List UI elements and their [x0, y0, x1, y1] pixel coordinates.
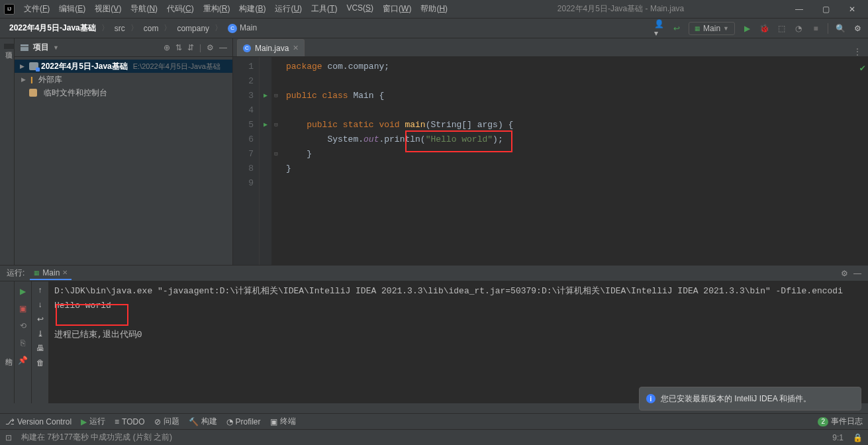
menu-item[interactable]: 代码(C) — [163, 1, 198, 17]
menu-item[interactable]: 帮助(H) — [416, 1, 452, 17]
event-log-button[interactable]: 2事件日志 — [818, 416, 863, 427]
caret-position[interactable]: 9:1 — [832, 433, 844, 442]
profile-button[interactable]: ◔ — [793, 23, 804, 34]
tree-external-libs[interactable]: ▶ ||| 外部库 — [15, 73, 232, 86]
line-number[interactable]: 7 — [233, 147, 254, 162]
code-line[interactable]: public class Main { — [286, 89, 868, 103]
line-number[interactable]: 4 — [233, 103, 254, 118]
hide-icon[interactable]: — — [853, 269, 861, 278]
run-tab-main[interactable]: ▦ Main ✕ — [30, 267, 72, 280]
fold-marker[interactable] — [271, 162, 281, 176]
fold-marker[interactable] — [271, 176, 281, 191]
rerun-button[interactable]: ▶ — [17, 285, 29, 297]
run-line-marker[interactable]: ▶ — [260, 118, 271, 132]
code-line[interactable] — [286, 103, 868, 118]
coverage-button[interactable]: ⬚ — [776, 23, 787, 34]
menu-item[interactable]: 工具(T) — [307, 1, 341, 17]
vcs-tool-button[interactable]: ⎇Version Control — [5, 417, 72, 426]
run-tool-button[interactable]: ▶运行 — [81, 416, 105, 427]
build-tool-button[interactable]: 🔨构建 — [189, 416, 217, 427]
menu-item[interactable]: VCS(S) — [342, 1, 377, 17]
menu-item[interactable]: 视图(V) — [91, 1, 125, 17]
tab-more-icon[interactable]: ⋮ — [847, 47, 868, 56]
hide-icon[interactable]: — — [219, 43, 227, 52]
add-user-icon[interactable]: 👤▾ — [654, 23, 665, 34]
expand-all-icon[interactable]: ⇅ — [175, 43, 182, 52]
menu-item[interactable]: 文件(F) — [20, 1, 54, 17]
notification-balloon[interactable]: i 您已安装最新版本的 IntelliJ IDEA 和插件。 — [639, 387, 861, 411]
fold-marker[interactable]: ⊟ — [271, 118, 281, 132]
breadcrumb-class[interactable]: CMain — [224, 22, 261, 34]
pin-icon[interactable]: 📌 — [17, 354, 29, 366]
line-number[interactable]: 3 — [233, 89, 254, 103]
code-lines[interactable]: package com.company; public class Main {… — [281, 57, 868, 265]
terminal-tool-button[interactable]: ▣终端 — [270, 416, 296, 427]
minimize-button[interactable]: ― — [790, 3, 808, 16]
code-line[interactable] — [286, 74, 868, 89]
soft-wrap-icon[interactable]: ↩ — [37, 315, 44, 324]
gear-icon[interactable]: ⚙ — [841, 269, 848, 278]
profiler-tool-button[interactable]: ◔Profiler — [226, 417, 261, 426]
menu-item[interactable]: 窗口(W) — [379, 1, 415, 17]
code-line[interactable]: package com.company; — [286, 60, 868, 74]
chevron-right-icon[interactable]: ▶ — [20, 63, 26, 70]
problems-tool-button[interactable]: ⊘问题 — [154, 416, 179, 427]
line-number[interactable]: 1 — [233, 60, 254, 74]
back-arrow-icon[interactable]: ↩ — [671, 23, 682, 34]
run-button[interactable]: ▶ — [742, 23, 752, 34]
code-line[interactable]: System.out.println("Hello world"); — [286, 132, 868, 147]
fold-marker[interactable]: ⊟ — [271, 147, 281, 162]
tree-scratches[interactable]: 临时文件和控制台 — [15, 86, 232, 99]
maximize-button[interactable]: ▢ — [816, 3, 835, 16]
scroll-end-icon[interactable]: ⤓ — [37, 329, 44, 338]
menu-item[interactable]: 编辑(E) — [55, 1, 89, 17]
exit-icon[interactable]: ⎘ — [17, 337, 29, 349]
project-tree[interactable]: ▶ 2022年4月5日-Java基础 E:\2022年4月5日-Java基础 ▶… — [15, 57, 232, 102]
breadcrumb-src[interactable]: src — [111, 23, 129, 34]
collapse-all-icon[interactable]: ⇵ — [187, 43, 194, 52]
code-line[interactable]: public static void main(String[] args) { — [286, 118, 868, 132]
gear-icon[interactable]: ⚙ — [207, 43, 214, 52]
code-line[interactable]: } — [286, 147, 868, 162]
todo-tool-button[interactable]: ≡TODO — [115, 417, 144, 426]
fold-marker[interactable] — [271, 103, 281, 118]
fold-marker[interactable] — [271, 74, 281, 89]
up-stack-icon[interactable]: ↑ — [38, 285, 42, 295]
fold-marker[interactable] — [271, 60, 281, 74]
code-line[interactable] — [286, 176, 868, 191]
code-line[interactable]: } — [286, 162, 868, 176]
line-number[interactable]: 8 — [233, 162, 254, 176]
status-lock-icon[interactable]: 🔒 — [853, 433, 863, 442]
print-icon[interactable]: 🖶 — [36, 344, 44, 353]
run-config-select[interactable]: ▦ Main ▼ — [689, 22, 735, 35]
settings-icon[interactable]: ⚙ — [852, 23, 863, 34]
close-tab-icon[interactable]: ✕ — [293, 44, 299, 52]
line-number[interactable]: 5 — [233, 118, 254, 132]
tree-root[interactable]: ▶ 2022年4月5日-Java基础 E:\2022年4月5日-Java基础 — [15, 60, 232, 73]
stop-button[interactable]: ▣ — [17, 303, 29, 315]
select-opened-file-icon[interactable]: ⊕ — [164, 43, 170, 52]
line-number[interactable]: 9 — [233, 176, 254, 191]
stop-button[interactable]: ■ — [810, 23, 821, 34]
menu-item[interactable]: 运行(U) — [271, 1, 306, 17]
menu-item[interactable]: 重构(R) — [199, 1, 234, 17]
menu-item[interactable]: 构建(B) — [235, 1, 269, 17]
debug-button[interactable]: 🐞 — [759, 23, 769, 34]
breadcrumb-com[interactable]: com — [140, 23, 163, 34]
menu-item[interactable]: 导航(N) — [126, 1, 162, 17]
editor-tab-main[interactable]: C Main.java ✕ — [237, 39, 305, 56]
down-stack-icon[interactable]: ↓ — [38, 300, 42, 309]
fold-marker[interactable] — [271, 132, 281, 147]
project-stripe-button[interactable]: 项目 — [4, 44, 15, 49]
breadcrumb-project[interactable]: 2022年4月5日-Java基础 — [5, 21, 100, 35]
chevron-down-icon[interactable]: ▼ — [53, 44, 59, 51]
search-icon[interactable]: 🔍 — [835, 23, 845, 34]
status-bar-widget-icon[interactable]: ⊡ — [5, 433, 12, 442]
clear-icon[interactable]: 🗑 — [36, 358, 44, 368]
line-number[interactable]: 6 — [233, 132, 254, 147]
code-area[interactable]: 123456789 ▶▶ ⊟⊟⊟ package com.company; pu… — [233, 57, 868, 265]
inspection-ok-icon[interactable]: ✔ — [860, 61, 865, 75]
restart-button[interactable]: ⟲ — [17, 320, 29, 332]
console-output[interactable]: D:\JDK\bin\java.exe "-javaagent:D:\计算机相关… — [49, 281, 868, 403]
chevron-right-icon[interactable]: ▶ — [21, 76, 28, 83]
